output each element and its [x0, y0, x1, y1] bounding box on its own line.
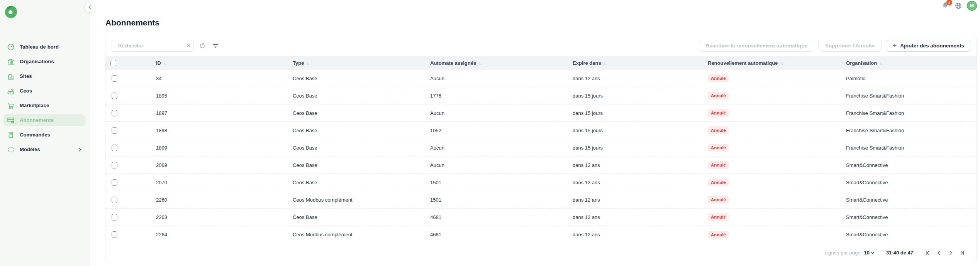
sidebar-item-sites[interactable]: Sites	[3, 70, 86, 82]
row-checkbox[interactable]	[112, 197, 117, 203]
table-row[interactable]: 2263 Ceos Base 4681 dans 12 ans Annulé S…	[105, 209, 977, 226]
table-row[interactable]: 2264 Ceos Modbus complément 4681 dans 12…	[105, 226, 977, 243]
cell-automate: Aucun	[424, 162, 566, 168]
column-header-expire[interactable]: Expire dans ↑↓	[566, 60, 702, 66]
chevron-left-icon	[88, 5, 92, 9]
sidebar-item-marketplace[interactable]: Marketplace	[3, 99, 86, 111]
sort-icon[interactable]: ↑↓	[879, 61, 882, 66]
reactivate-renewal-button[interactable]: Réactiver le renouvellement automatique	[699, 40, 814, 52]
cell-id: 1895	[150, 93, 287, 99]
sidebar-item-label: Tableau de bord	[20, 44, 59, 50]
table-body: 34 Ceos Base Aucun dans 12 ans Annulé Pa…	[105, 70, 977, 243]
cell-type: Ceos Modbus complément	[287, 232, 424, 237]
row-checkbox[interactable]	[112, 214, 117, 221]
app-logo-icon	[4, 5, 18, 19]
sort-icon[interactable]: ↑↓	[163, 61, 166, 66]
cell-expire: dans 12 ans	[566, 232, 702, 237]
table-row[interactable]: 2260 Ceos Modbus complément 1501 dans 12…	[105, 191, 977, 209]
status-badge: Annulé	[708, 161, 729, 169]
cell-expire: dans 15 jours	[566, 93, 702, 99]
table-row[interactable]: 1897 Ceos Base Aucun dans 15 jours Annul…	[105, 104, 977, 122]
cell-organisation: Smart&Connective	[840, 180, 977, 185]
status-badge: Annulé	[708, 196, 729, 204]
row-checkbox[interactable]	[112, 162, 117, 168]
row-checkbox[interactable]	[112, 110, 117, 116]
sidebar-item-label: Sites	[20, 73, 32, 79]
column-header-id[interactable]: ID ↑↓	[150, 60, 287, 66]
cell-organisation: Franchise Smart&Fashion	[840, 128, 977, 133]
cell-type: Ceos Base	[287, 128, 424, 133]
chevron-down-icon	[870, 251, 875, 255]
refresh-button[interactable]	[199, 42, 207, 50]
receipt-icon	[7, 131, 15, 139]
filter-button[interactable]	[212, 42, 220, 50]
chevron-left-icon	[936, 250, 942, 256]
search-input[interactable]	[118, 43, 186, 49]
table-row[interactable]: 1895 Ceos Base 1776 dans 15 jours Annulé…	[105, 87, 977, 104]
cell-renouvellement: Annulé	[702, 74, 840, 82]
chevron-right-icon	[948, 250, 954, 256]
table-row[interactable]: 1899 Ceos Base Aucun dans 15 jours Annul…	[105, 139, 977, 157]
sidebar-item-label: Abonnements	[20, 117, 54, 123]
row-checkbox[interactable]	[112, 75, 117, 82]
cell-automate: 1052	[424, 128, 566, 133]
sidebar-item-tableau-de-bord[interactable]: Tableau de bord	[3, 41, 86, 53]
cell-type: Ceos Base	[287, 93, 424, 99]
select-all-checkbox[interactable]	[110, 60, 116, 66]
row-checkbox[interactable]	[112, 93, 117, 99]
sidebar-collapse-button[interactable]	[85, 2, 95, 12]
status-badge: Annulé	[708, 178, 729, 186]
row-checkbox[interactable]	[112, 145, 117, 151]
delete-cancel-button[interactable]: Supprimer / Annuler	[818, 40, 882, 52]
column-header-renouvellement[interactable]: Renouvellement automatique ↑↓	[702, 60, 840, 66]
cell-organisation: Franchise Smart&Fashion	[840, 145, 977, 151]
sort-icon[interactable]: ↑↓	[780, 61, 783, 66]
sidebar-item-modeles[interactable]: Modèles	[3, 143, 86, 155]
status-badge: Annulé	[708, 74, 729, 82]
language-button[interactable]	[955, 2, 962, 10]
add-subscriptions-label: Ajouter des abonnements	[900, 43, 964, 49]
sidebar-item-abonnements[interactable]: Abonnements	[3, 114, 86, 126]
sidebar-item-commandes[interactable]: Commandes	[3, 129, 86, 141]
row-checkbox[interactable]	[112, 179, 117, 186]
column-header-type[interactable]: Type ↑↓	[287, 60, 424, 66]
notifications-button[interactable]: 4	[941, 1, 950, 10]
cell-organisation: Smart&Connective	[840, 162, 977, 168]
table-row[interactable]: 1898 Ceos Base 1052 dans 15 jours Annulé…	[105, 122, 977, 139]
column-header-automate[interactable]: Automate assignés ↑↓	[424, 60, 566, 66]
table-row[interactable]: 34 Ceos Base Aucun dans 12 ans Annulé Pa…	[105, 70, 977, 87]
rows-per-page-select[interactable]: 10	[864, 250, 874, 256]
cell-automate: 1776	[424, 93, 566, 99]
cell-renouvellement: Annulé	[702, 92, 840, 99]
cell-renouvellement: Annulé	[702, 196, 840, 204]
cell-organisation: Palmotic	[840, 76, 977, 81]
sidebar-item-ceos[interactable]: Ceos	[3, 85, 86, 97]
cell-renouvellement: Annulé	[702, 178, 840, 186]
cell-id: 1897	[150, 110, 287, 116]
column-header-organisation[interactable]: Organisation ↑↓	[840, 60, 977, 66]
cell-organisation: Franchise Smart&Fashion	[840, 93, 977, 99]
cell-organisation: Smart&Connective	[840, 214, 977, 220]
table-row[interactable]: 2069 Ceos Base Aucun dans 12 ans Annulé …	[105, 157, 977, 174]
plus-icon: +	[893, 42, 897, 49]
sort-icon[interactable]: ↑↓	[604, 61, 606, 66]
sidebar-item-organisations[interactable]: Organisations	[3, 56, 86, 67]
dashboard-icon	[7, 43, 15, 51]
previous-page-button[interactable]	[933, 248, 945, 258]
building-icon	[7, 72, 15, 80]
cell-automate: 4681	[424, 232, 566, 237]
clear-search-icon[interactable]: ✕	[186, 43, 191, 49]
cell-type: Ceos Base	[287, 110, 424, 116]
first-page-button[interactable]	[922, 248, 933, 258]
sort-icon[interactable]: ↑↓	[478, 61, 481, 66]
next-page-button[interactable]	[945, 248, 956, 258]
table-row[interactable]: 2070 Ceos Base 1501 dans 12 ans Annulé S…	[105, 174, 977, 191]
add-subscriptions-button[interactable]: + Ajouter des abonnements	[886, 40, 971, 52]
user-avatar[interactable]: M	[967, 1, 977, 11]
last-page-button[interactable]	[956, 248, 968, 258]
sort-icon[interactable]: ↑↓	[306, 61, 309, 66]
row-checkbox[interactable]	[112, 231, 117, 238]
rows-per-page-label: Lignes par page	[824, 250, 860, 256]
row-checkbox[interactable]	[112, 127, 117, 134]
sidebar: Tableau de bord Organisations Sites Ceos…	[0, 0, 90, 266]
